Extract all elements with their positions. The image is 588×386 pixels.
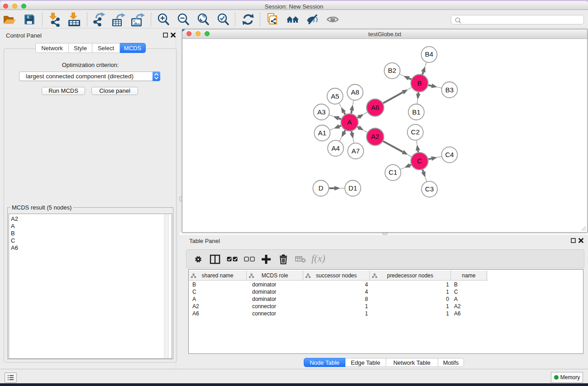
svg-text:A5: A5 [331, 92, 339, 100]
svg-text:A: A [347, 118, 352, 126]
svg-text:A2: A2 [371, 133, 379, 140]
svg-text:B3: B3 [445, 86, 454, 94]
svg-text:B2: B2 [388, 67, 396, 74]
svg-text:C1: C1 [388, 168, 397, 176]
svg-text:C4: C4 [445, 151, 454, 158]
svg-text:B1: B1 [412, 108, 420, 116]
svg-text:A3: A3 [317, 108, 325, 116]
svg-text:A8: A8 [351, 88, 359, 96]
svg-text:A6: A6 [371, 104, 379, 111]
svg-text:C: C [417, 157, 422, 165]
svg-text:C2: C2 [411, 128, 420, 136]
svg-text:C3: C3 [425, 185, 434, 193]
svg-text:A1: A1 [318, 129, 326, 137]
svg-text:D1: D1 [349, 184, 357, 192]
svg-text:B4: B4 [425, 50, 433, 58]
svg-text:A4: A4 [331, 144, 339, 152]
svg-text:A7: A7 [352, 147, 360, 155]
svg-text:D: D [318, 184, 323, 192]
svg-text:B: B [417, 79, 422, 87]
